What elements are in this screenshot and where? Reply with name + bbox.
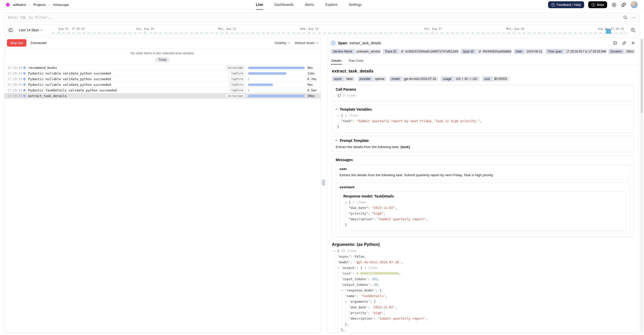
code-line: { 1 items [336,113,630,118]
span-row-tag: mirascope [225,66,245,70]
default-levels-dropdown[interactable]: Default levels [295,41,318,45]
more-options-icon[interactable]: ⋯ [632,15,636,20]
tab-raw-data[interactable]: Raw Data [348,57,364,65]
badge-usage[interactable]: usage102 + 30 -> 132 [441,76,479,81]
indent-guide [334,276,334,282]
collapse-icon[interactable] [335,109,338,111]
assistant-message: assistant Response model: TaskDetails { … [336,183,630,234]
time-range-label: Last 14 days [19,28,39,32]
question-icon: ? [551,3,555,7]
meta-service-name-label: Service Name [331,49,354,54]
nav-tab-dashboards[interactable]: Dashboards [274,0,294,10]
tick-mark [309,30,310,33]
badge-provider[interactable]: provideropenai [358,76,387,81]
scrollbar-track[interactable] [640,38,643,332]
span-row-tag-col: mirascope [222,66,245,70]
meta-date[interactable]: Date2024-08-21 [514,49,543,54]
meta-trace-id[interactable]: Trace ID#c3b5157330ea5c1fd4572747af512d2… [383,49,459,54]
span-row-duration: 5ms [305,83,318,87]
collapse-chevron-icon[interactable] [345,300,347,302]
span-diamond-icon [23,94,26,98]
meta-duration-value: 29ms [624,49,635,54]
feedback-help-button[interactable]: ? Feedback / Help [548,1,584,8]
close-icon[interactable] [631,41,635,45]
tab-details[interactable]: Details [331,57,342,65]
breadcrumb-projects[interactable]: Projects [33,3,46,7]
span-row[interactable]: 17:29:33Pydantic nullable validate_pytho… [4,82,321,87]
collapse-chevron-icon[interactable] [337,114,339,116]
indent-guide [342,310,342,316]
code-line: "task": "Submit quarterly report by next… [336,118,630,124]
meta-time-span[interactable]: Time span17:29:33.917 to 17:29:33.946 [545,49,606,54]
collapse-chevron-icon[interactable] [337,267,339,269]
meta-trace-id-value: #c3b5157330ea5c1fd4572747af512d26 [398,49,459,54]
meta-duration[interactable]: Duration29ms [608,49,635,54]
timeline-track[interactable]: Aug 07, 17:26:14Sat, Aug 10Mon, Aug 12We… [52,25,627,35]
tick-label: Sat, Aug 17 [424,27,442,30]
badge-model[interactable]: modelgpt-4o-mini-2024-07-18 [389,76,438,81]
search-icon[interactable] [623,15,628,20]
splitter-drag-handle[interactable] [322,180,325,186]
time-range-dropdown[interactable]: Last 14 days [19,28,42,32]
response-model-heading: Response model: TaskDetails [343,194,623,198]
dock-panel-icon[interactable] [613,41,617,45]
span-row[interactable]: 17:29:33Pydantic TaskDetails validate_py… [4,87,321,93]
meta-service-name[interactable]: Service Nameunknown_service [331,49,381,54]
tick-mark [515,30,515,33]
badge-async-label: async [332,76,344,81]
tick-mark [145,30,145,33]
span-diamond-icon [23,77,26,81]
link-icon [401,50,404,53]
collapse-icon[interactable] [335,140,338,142]
copy-link-icon[interactable] [622,41,626,45]
span-row[interactable]: 17:14:43recommend_booksmirascope9ms [4,65,321,70]
indent-guide [334,282,334,288]
code-line: 'output_tokens': 30, [332,282,634,288]
nav-tab-settings[interactable]: Settings [349,0,362,10]
sql-filter-input[interactable]: Enter SQL to filter... ⋯ [4,13,640,22]
template-variables-section: Template Variables { 1 items"task": "Sub… [332,105,634,133]
span-row[interactable]: 17:29:33Pydantic nullable validate_pytho… [4,70,321,76]
collapse-chevron-icon[interactable] [333,250,335,252]
topbar-actions: ? Feedback / Help i Beta [548,1,638,8]
collapse-chevron-icon[interactable] [341,289,343,291]
sidebar-toggle-icon[interactable] [7,26,14,34]
indent-guide [334,316,334,321]
beta-badge[interactable]: i Beta [588,1,607,8]
indent-guide [334,299,334,305]
share-link-icon[interactable] [621,2,626,7]
span-row-name: Pydantic nullable validate_python succee… [28,83,222,87]
zoom-in-icon[interactable] [630,27,636,33]
breadcrumb-org[interactable]: willbakst [13,3,26,7]
stop-live-button[interactable]: Stop live [7,39,26,47]
arguments-python[interactable]: { 10 items'async': False,'model': 'gpt-4… [332,248,634,333]
nav-tab-explore[interactable]: Explore [325,0,337,10]
logfire-logo-icon[interactable] [5,2,10,7]
collapse-chevron-icon[interactable] [345,201,347,203]
span-row-tag: logfire [229,88,245,92]
span-row-name: recommend_books [28,66,222,70]
template-variables-json[interactable]: { 1 items"task": "Submit quarterly repor… [336,113,630,130]
indent-guide [342,316,342,321]
user-avatar[interactable] [630,1,638,8]
span-row-time: 17:29:33 [7,72,23,75]
nav-tab-alerts[interactable]: Alerts [305,0,314,10]
response-model-json[interactable]: { 3 items"due_date": "2023-11-03","prior… [343,200,623,228]
meta-date-value: 2024-08-21 [524,49,543,54]
meta-service-name-value: unknown_service [354,49,380,54]
badge-cost[interactable]: cost$0.00003 [482,76,509,81]
panel-splitter [321,37,327,333]
span-detail-body[interactable]: extract_task_details asyncfalseprovidero… [327,65,639,333]
day-divider-badge: Today [155,57,170,62]
span-row[interactable]: 17:29:33Pydantic nullable validate_pytho… [4,76,321,82]
meta-span-id[interactable]: Span ID#9c942620aa93dbb4 [461,49,511,54]
indent-guide [346,305,346,310]
span-duration-track [248,72,305,75]
nav-tab-live[interactable]: Live [256,0,263,10]
breadcrumb-project-name[interactable]: mirascope [53,3,69,7]
visibility-dropdown[interactable]: Visibility [274,41,290,45]
theme-toggle-icon[interactable] [611,2,617,8]
span-row[interactable]: 17:29:33extract_task_detailsmirascope30m… [4,93,321,99]
scrollbar-thumb[interactable] [641,39,643,113]
badge-async[interactable]: asyncfalse [332,76,355,81]
